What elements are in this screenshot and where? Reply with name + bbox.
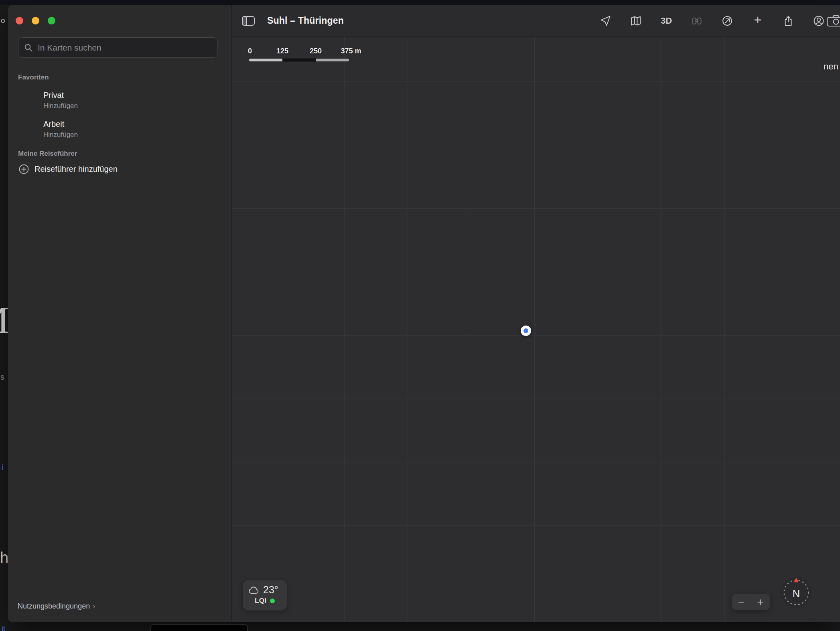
person-icon — [813, 15, 825, 27]
map-pane: Suhl – Thüringen — [232, 5, 840, 622]
chevron-right-icon: › — [93, 602, 95, 611]
maximize-button[interactable] — [48, 17, 55, 24]
bg-fragment-link: i — [2, 462, 4, 472]
aqi-label: LQI — [255, 597, 266, 605]
favorite-item-work[interactable]: Arbeit Hinzufügen — [43, 119, 78, 139]
current-location-dot — [521, 326, 531, 336]
share-button[interactable] — [781, 14, 795, 28]
scale-label: 125 — [276, 47, 288, 55]
share-icon — [782, 15, 794, 27]
map-edge-label: nen — [824, 61, 838, 72]
account-button[interactable] — [812, 14, 826, 28]
bg-window-fragment — [150, 624, 248, 631]
map-canvas[interactable]: 0 125 250 375 m nen — [232, 37, 840, 622]
bg-fragment-text: h — [0, 549, 8, 566]
scale-label: 250 — [310, 47, 322, 55]
toolbar-buttons: 3D — [599, 14, 826, 28]
scale-label: 375 m — [341, 47, 361, 55]
3d-button[interactable]: 3D — [659, 14, 673, 28]
weather-aqi-row: LQI — [248, 597, 282, 605]
add-button[interactable]: + — [751, 14, 765, 28]
scale-segment — [316, 59, 349, 61]
scale-bar: 0 125 250 375 m — [249, 47, 369, 65]
scale-segment — [249, 59, 282, 61]
guides-header: Meine Reiseführer — [18, 150, 77, 158]
terms-label: Nutzungsbedingungen — [18, 602, 90, 611]
map-icon — [630, 15, 642, 27]
location-arrow-icon — [599, 15, 611, 27]
minimize-button[interactable] — [32, 17, 39, 24]
scale-label: 0 — [248, 47, 252, 55]
favorite-action[interactable]: Hinzufügen — [43, 102, 78, 110]
map-mode-button[interactable] — [629, 14, 643, 28]
compass[interactable]: N — [780, 576, 812, 609]
close-button[interactable] — [16, 17, 23, 24]
maps-window: Favoriten Privat Hinzufügen Arbeit Hinzu… — [8, 5, 840, 622]
search-input[interactable] — [37, 43, 212, 53]
add-guide-label: Reiseführer hinzufügen — [34, 165, 118, 174]
weather-widget[interactable]: 23° LQI — [243, 580, 287, 611]
aqi-status-dot — [270, 598, 275, 603]
partial-camera-icon — [826, 14, 840, 28]
zoom-controls: − + — [732, 594, 770, 610]
desktop: o M s i h it Favoriten Privat Hi — [0, 0, 840, 631]
binoculars-icon — [690, 15, 703, 27]
terms-link[interactable]: Nutzungsbedingungen › — [18, 602, 95, 611]
window-controls — [16, 17, 55, 24]
3d-label: 3D — [661, 16, 672, 26]
current-location-button[interactable] — [599, 14, 612, 28]
zoom-in-button[interactable]: + — [751, 594, 770, 610]
favorite-action[interactable]: Hinzufügen — [43, 130, 78, 139]
sidebar-toggle-button[interactable] — [241, 14, 255, 28]
add-guide-button[interactable]: Reiseführer hinzufügen — [19, 164, 118, 174]
scale-ruler — [249, 59, 349, 61]
favorite-name: Arbeit — [43, 119, 78, 129]
bg-fragment-text: s — [0, 372, 4, 382]
scale-segment — [282, 59, 316, 61]
bg-fragment-text: o — [1, 16, 5, 25]
zoom-out-button[interactable]: − — [732, 594, 751, 610]
bg-fragment-link: it — [2, 625, 5, 631]
look-around-button[interactable] — [690, 14, 704, 28]
directions-icon — [721, 15, 733, 27]
favorites-header: Favoriten — [18, 73, 49, 81]
favorite-item-private[interactable]: Privat Hinzufügen — [43, 90, 78, 110]
directions-button[interactable] — [720, 14, 734, 28]
weather-temp-row: 23° — [248, 584, 282, 596]
favorite-name: Privat — [43, 90, 78, 100]
sidebar-toggle-icon — [241, 15, 255, 26]
plus-circle-icon — [19, 164, 29, 174]
toolbar: Suhl – Thüringen — [232, 5, 840, 37]
sidebar: Favoriten Privat Hinzufügen Arbeit Hinzu… — [8, 5, 231, 622]
background-top-strip — [0, 0, 840, 5]
search-icon — [24, 43, 33, 53]
cloud-icon — [248, 585, 260, 594]
window-title: Suhl – Thüringen — [267, 15, 344, 26]
temperature: 23° — [263, 584, 278, 596]
compass-north-label: N — [780, 576, 812, 609]
plus-icon: + — [754, 13, 761, 26]
search-field[interactable] — [18, 37, 217, 58]
